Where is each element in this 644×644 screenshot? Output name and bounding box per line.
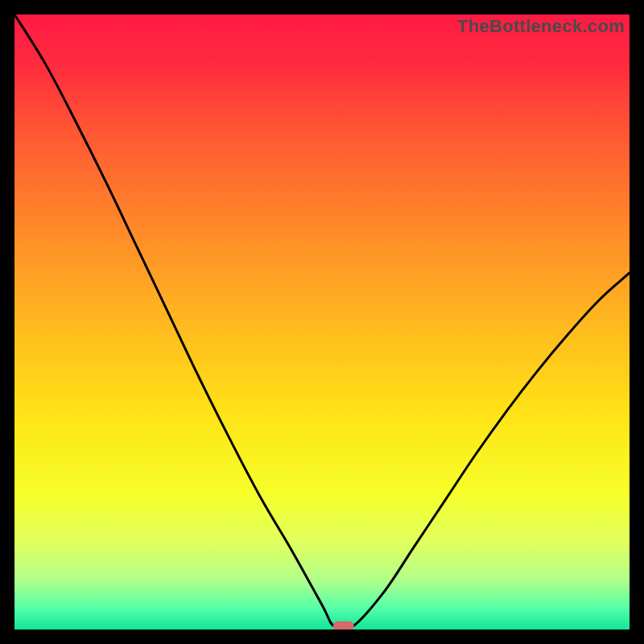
plot-area: TheBottleneck.com [14,14,630,630]
watermark-text: TheBottleneck.com [457,16,625,37]
chart-svg [14,14,630,630]
optimal-marker [333,621,354,630]
gradient-background [14,14,630,630]
chart-frame: TheBottleneck.com [0,0,644,644]
